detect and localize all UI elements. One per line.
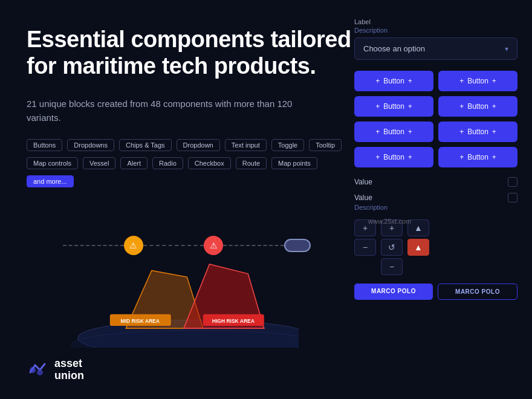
plus-icon-right: + (492, 77, 496, 85)
watermark: www.25xt.com (368, 218, 411, 225)
value-label-1: Value (354, 178, 372, 186)
value-row-2-inner: Value (354, 193, 517, 203)
minus-button[interactable]: − (354, 239, 376, 256)
button-comp-8[interactable]: + Button + (438, 147, 517, 167)
tags-container: Buttons Dropdowns Chips & Tags Dropdown … (27, 139, 353, 151)
panel-label: Label (354, 18, 517, 25)
dropdown[interactable]: Choose an option ▾ (354, 37, 517, 60)
tag-alert[interactable]: Alert (120, 157, 148, 169)
nav-group: ▲ ▲ (407, 219, 429, 275)
value-row-2: Value Description (354, 193, 517, 211)
tag-dropdown[interactable]: Dropdown (177, 139, 220, 151)
svg-text:MID RISK AREA: MID RISK AREA (121, 318, 160, 324)
button-comp-5[interactable]: + Button + (354, 122, 433, 142)
risk-svg: MID RISK AREA HIGH RISK AREA (69, 245, 299, 348)
tag-vessel[interactable]: Vessel (83, 157, 115, 169)
logo-icon (27, 359, 48, 381)
tag-checkbox[interactable]: Checkbox (188, 157, 231, 169)
plus-icon-right: + (492, 128, 496, 136)
logo-text: asset union (54, 358, 84, 382)
headline: Essential components tailored for mariti… (27, 27, 353, 79)
logo-name2: union (54, 370, 84, 382)
controls-section: + − + ↺ − ▲ ▲ (354, 219, 517, 275)
button-comp-4[interactable]: + Button + (438, 96, 517, 117)
tags-row-3: and more... (27, 175, 353, 187)
plus-icon-left: + (375, 153, 380, 161)
plus-icon-right: + (408, 128, 412, 136)
plus-icon-left: + (459, 128, 464, 136)
plus-icon-right: + (492, 153, 496, 161)
tag-map-points[interactable]: Map points (271, 157, 317, 169)
svg-point-9 (37, 369, 43, 375)
checkbox-1[interactable] (508, 177, 517, 187)
plus-icon-left: + (459, 102, 464, 111)
tags-row-2: Map controls Vessel Alert Radio Checkbox… (27, 157, 353, 169)
button-comp-3[interactable]: + Button + (354, 96, 433, 117)
plus-icon-right: + (492, 102, 496, 111)
tag-map-controls[interactable]: Map controls (27, 157, 78, 169)
panel-desc: Description (354, 27, 517, 34)
tag-tooltip[interactable]: Tooltip (309, 139, 342, 151)
tag-chips[interactable]: Chips & Tags (119, 139, 172, 151)
marco-polo-tab-1[interactable]: MARCO POLO (354, 284, 433, 300)
marco-polo-tab-2[interactable]: MARCO POLO (438, 284, 517, 300)
plus-icon-right: + (408, 153, 412, 161)
chevron-down-icon: ▾ (505, 45, 508, 53)
subtext: 21 unique blocks created from 48 compone… (27, 97, 305, 125)
plus-icon-right: + (408, 102, 412, 111)
name-tabs: MARCO POLO MARCO POLO (354, 284, 517, 300)
tag-route[interactable]: Route (236, 157, 267, 169)
nav-red-button[interactable]: ▲ (407, 239, 429, 256)
checkbox-2[interactable] (508, 193, 517, 203)
plus-icon-right: + (408, 77, 412, 85)
svg-point-8 (30, 367, 36, 373)
plus-icon-left: + (375, 102, 380, 111)
right-panel: Label Description Choose an option ▾ + B… (354, 18, 517, 300)
logo-name: asset (54, 358, 84, 370)
plus-icon-left: + (459, 77, 464, 85)
plus-icon-left: + (375, 77, 380, 85)
plus-icon-left: + (375, 128, 380, 136)
minus-button-2[interactable]: − (381, 258, 403, 275)
tag-buttons[interactable]: Buttons (27, 139, 62, 151)
button-comp-7[interactable]: + Button + (354, 147, 433, 167)
plus-icon-left: + (459, 153, 464, 161)
button-comp-2[interactable]: + Button + (438, 71, 517, 91)
value-label-2: Value (354, 193, 372, 202)
svg-text:HIGH RISK AREA: HIGH RISK AREA (212, 318, 255, 324)
refresh-group: + ↺ − (381, 219, 403, 275)
tag-dropdowns[interactable]: Dropdowns (67, 139, 114, 151)
button-comp-6[interactable]: + Button + (438, 122, 517, 142)
dropdown-text: Choose an option (363, 44, 425, 53)
value-row-1: Value (354, 177, 517, 187)
left-panel: Essential components tailored for mariti… (27, 27, 353, 193)
value-desc: Description (354, 204, 517, 211)
buttons-grid: + Button + + Button + + Button + + Butto… (354, 71, 517, 167)
tag-radio[interactable]: Radio (152, 157, 183, 169)
plus-minus-group: + − (354, 219, 376, 275)
tag-text-input[interactable]: Text input (225, 139, 267, 151)
refresh-button[interactable]: ↺ (381, 239, 403, 256)
button-comp-1[interactable]: + Button + (354, 71, 433, 91)
logo: asset union (27, 358, 84, 382)
tag-toggle[interactable]: Toggle (271, 139, 304, 151)
tag-more[interactable]: and more... (27, 175, 74, 187)
